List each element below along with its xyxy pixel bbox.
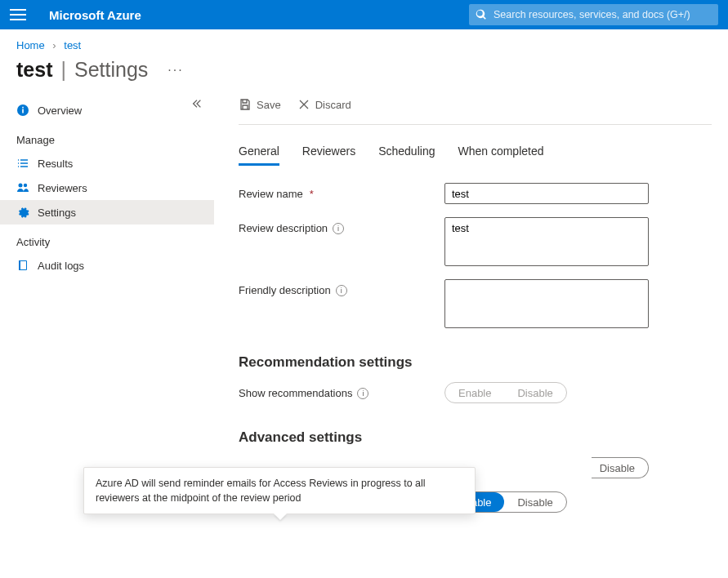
- tab-reviewers[interactable]: Reviewers: [302, 140, 355, 166]
- save-button-label: Save: [257, 99, 281, 111]
- gear-icon: [16, 206, 29, 219]
- discard-button[interactable]: Discard: [297, 98, 351, 111]
- friendly-description-input[interactable]: [444, 279, 649, 328]
- more-icon[interactable]: ···: [167, 63, 183, 78]
- sidebar-item-label: Overview: [38, 104, 82, 117]
- toggle-disable: Disable: [504, 383, 565, 402]
- people-icon: [16, 181, 29, 194]
- section-recommendation-header: Recommendation settings: [239, 354, 712, 371]
- sidebar-item-label: Results: [38, 158, 73, 170]
- reminders-tooltip: Azure AD will send reminder emails for A…: [83, 467, 476, 514]
- content-pane: Save Discard General Reviewers Schedulin…: [214, 98, 728, 542]
- tab-when-completed[interactable]: When completed: [458, 140, 543, 166]
- save-button[interactable]: Save: [239, 98, 281, 111]
- global-search[interactable]: [469, 4, 718, 25]
- sidebar-item-label: Reviewers: [38, 182, 87, 194]
- breadcrumb-current[interactable]: test: [64, 39, 81, 51]
- info-icon: [16, 104, 29, 117]
- close-icon: [297, 98, 310, 111]
- list-icon: [16, 157, 29, 170]
- info-icon[interactable]: i: [336, 285, 347, 296]
- toggle-disable[interactable]: Disable: [504, 492, 565, 512]
- toggle-disable[interactable]: Disable: [592, 458, 648, 478]
- sidebar-item-overview[interactable]: Overview: [0, 98, 214, 122]
- svg-point-3: [19, 184, 23, 188]
- book-icon: [16, 259, 29, 272]
- advanced-row1-toggle[interactable]: Disable: [592, 457, 649, 478]
- sidebar-item-results[interactable]: Results: [0, 151, 214, 176]
- save-icon: [239, 98, 252, 111]
- sidebar-item-label: Audit logs: [38, 260, 84, 272]
- title-separator: |: [60, 58, 66, 82]
- brand-label: Microsoft Azure: [49, 8, 141, 22]
- page-title-name: test: [16, 58, 52, 82]
- breadcrumb-sep: ›: [52, 39, 56, 51]
- search-input[interactable]: [494, 9, 712, 20]
- show-recommendations-label: Show recommendations: [239, 387, 352, 399]
- sidebar-group-manage: Manage: [0, 122, 214, 151]
- discard-button-label: Discard: [315, 99, 351, 111]
- review-description-input[interactable]: [444, 217, 649, 266]
- search-icon: [476, 9, 487, 20]
- breadcrumb-home[interactable]: Home: [16, 39, 45, 51]
- review-name-label: Review name: [239, 188, 303, 200]
- svg-rect-5: [19, 260, 20, 270]
- tab-scheduling[interactable]: Scheduling: [378, 140, 435, 166]
- sidebar-item-reviewers[interactable]: Reviewers: [0, 176, 214, 200]
- tab-general[interactable]: General: [239, 140, 279, 166]
- sidebar-item-audit-logs[interactable]: Audit logs: [0, 253, 214, 278]
- info-icon[interactable]: i: [333, 223, 344, 234]
- page-title-section: Settings: [74, 58, 148, 82]
- required-asterisk: *: [310, 188, 314, 200]
- sidebar-item-label: Settings: [38, 207, 76, 219]
- svg-point-4: [24, 184, 27, 187]
- svg-rect-2: [22, 107, 24, 109]
- show-recommendations-toggle: Enable Disable: [444, 382, 567, 403]
- info-icon[interactable]: i: [357, 388, 368, 399]
- menu-toggle-icon[interactable]: [10, 9, 26, 20]
- section-advanced-header: Advanced settings: [239, 429, 712, 446]
- breadcrumb: Home › test: [0, 29, 728, 56]
- sidebar-item-settings[interactable]: Settings: [0, 200, 214, 225]
- svg-rect-1: [22, 109, 24, 113]
- toggle-enable: Enable: [445, 383, 504, 402]
- review-name-input[interactable]: [444, 183, 649, 204]
- sidebar-group-activity: Activity: [0, 225, 214, 253]
- review-description-label: Review description: [239, 222, 328, 234]
- friendly-description-label: Friendly description: [239, 284, 331, 296]
- collapse-chevron-icon[interactable]: [191, 98, 203, 109]
